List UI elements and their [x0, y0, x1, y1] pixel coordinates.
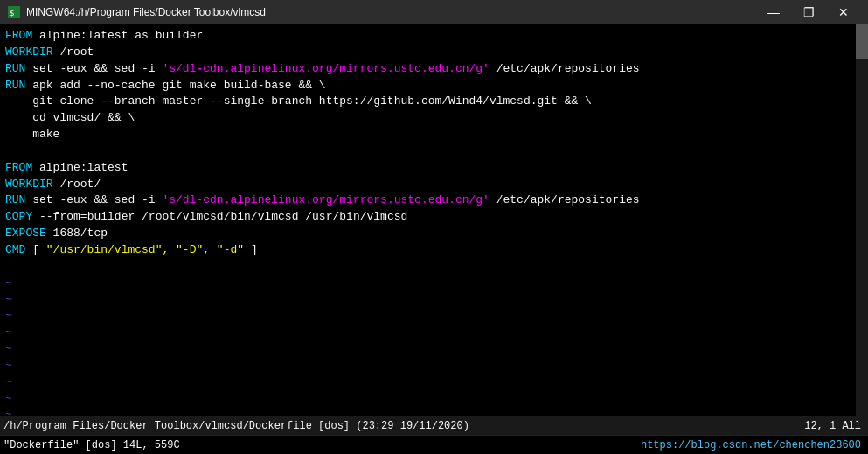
terminal-line: ~: [5, 292, 863, 309]
terminal-line: EXPOSE 1688/tcp: [5, 226, 863, 242]
terminal-line: cd vlmcsd/ && \: [5, 110, 863, 127]
close-button[interactable]: ✕: [826, 0, 861, 24]
terminal-line: [5, 143, 863, 160]
terminal-line: [5, 259, 863, 276]
minimize-button[interactable]: —: [756, 0, 791, 24]
terminal-line: ~: [5, 276, 863, 292]
status-filepath: /h/Program Files/Docker Toolbox/vlmcsd/D…: [0, 420, 797, 432]
terminal-line: ~: [5, 374, 863, 391]
terminal-line: WORKDIR /root/: [5, 177, 863, 193]
terminal-line: COPY --from=builder /root/vlmcsd/bin/vlm…: [5, 209, 863, 226]
terminal-line: ~: [5, 358, 863, 374]
terminal-line: ~: [5, 391, 863, 408]
restore-button[interactable]: ❐: [791, 0, 826, 24]
terminal-line: WORKDIR /root: [5, 45, 863, 61]
terminal-line: ~: [5, 325, 863, 341]
terminal-line: RUN apk add --no-cache git make build-ba…: [5, 78, 863, 94]
terminal-line: make: [5, 127, 863, 143]
terminal-content: FROM alpine:latest as builderWORKDIR /ro…: [0, 24, 868, 416]
title-bar-controls: — ❐ ✕: [756, 0, 861, 24]
terminal-line: ~: [5, 407, 863, 416]
terminal-icon: $: [7, 5, 21, 19]
status-bar-1: /h/Program Files/Docker Toolbox/vlmcsd/D…: [0, 416, 868, 435]
status-bar-2: "Dockerfile" [dos] 14L, 559C https://blo…: [0, 435, 868, 454]
title-bar-title: MINGW64:/h/Program Files/Docker Toolbox/…: [26, 6, 756, 18]
terminal-line: RUN set -eux && sed -i 's/dl-cdn.alpinel…: [5, 192, 863, 209]
svg-text:$: $: [10, 9, 14, 17]
terminal-line: CMD [ "/usr/bin/vlmcsd", "-D", "-d" ]: [5, 242, 863, 259]
terminal-line: FROM alpine:latest as builder: [5, 28, 863, 45]
terminal-line: ~: [5, 341, 863, 358]
terminal-line: RUN set -eux && sed -i 's/dl-cdn.alpinel…: [5, 61, 863, 78]
terminal-line: ~: [5, 308, 863, 325]
title-bar: $ MINGW64:/h/Program Files/Docker Toolbo…: [0, 0, 868, 24]
status-url: https://blog.csdn.net/chenchen23600: [634, 439, 868, 451]
status-position: 12, 1 All: [797, 420, 868, 432]
terminal-line: git clone --branch master --single-branc…: [5, 94, 863, 110]
status-fileinfo: "Dockerfile" [dos] 14L, 559C: [0, 439, 634, 451]
scrollbar[interactable]: [856, 24, 868, 416]
scrollbar-thumb[interactable]: [856, 24, 868, 59]
terminal-line: FROM alpine:latest: [5, 160, 863, 177]
